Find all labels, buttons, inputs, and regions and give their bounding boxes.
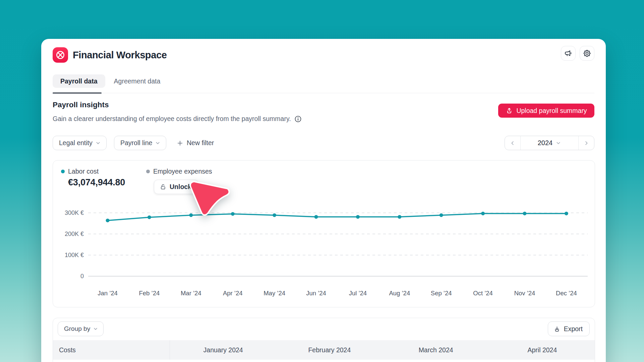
download-icon bbox=[553, 325, 561, 333]
data-point[interactable] bbox=[481, 212, 485, 215]
column-header-february: February 2024 bbox=[276, 346, 383, 354]
payroll-chart: 300K €200K €100K €0Jan ’24Feb ’24Mar ’24… bbox=[53, 161, 595, 308]
data-point[interactable] bbox=[440, 213, 443, 217]
previous-year-button[interactable] bbox=[505, 136, 520, 150]
payroll-line-filter[interactable]: Payroll line bbox=[114, 136, 166, 150]
chevron-down-icon bbox=[555, 140, 561, 146]
upload-button-label: Upload payroll summary bbox=[516, 107, 587, 115]
x-axis-tick: Jul ’24 bbox=[349, 290, 367, 297]
x-axis-tick: Aug ’24 bbox=[389, 290, 410, 297]
table-row bbox=[53, 360, 595, 362]
chevron-down-icon bbox=[95, 140, 101, 146]
plus-icon bbox=[177, 140, 183, 146]
data-point[interactable] bbox=[106, 219, 110, 222]
tab-divider bbox=[53, 93, 594, 93]
chevron-right-icon bbox=[583, 140, 589, 146]
payroll-line-label: Payroll line bbox=[120, 139, 152, 147]
new-filter-button[interactable]: New filter bbox=[177, 136, 214, 150]
section-description: Gain a clearer understanding of employee… bbox=[53, 115, 302, 123]
page-title: Financial Workspace bbox=[73, 47, 167, 63]
announcements-button[interactable] bbox=[561, 46, 576, 61]
filters-row: Legal entity Payroll line New filter bbox=[53, 136, 594, 150]
y-axis-tick: 300K € bbox=[65, 209, 84, 216]
data-point[interactable] bbox=[565, 212, 568, 215]
data-point[interactable] bbox=[356, 215, 360, 219]
data-point[interactable] bbox=[314, 215, 318, 219]
x-axis-tick: Nov ’24 bbox=[514, 290, 535, 297]
costs-table-card: Group by Export Costs January 2024 Febru… bbox=[53, 318, 595, 362]
x-axis-tick: May ’24 bbox=[264, 290, 285, 297]
settings-button[interactable] bbox=[580, 46, 594, 61]
group-by-dropdown[interactable]: Group by bbox=[58, 321, 104, 336]
gear-icon bbox=[583, 49, 591, 57]
data-point[interactable] bbox=[231, 212, 235, 216]
chevron-down-icon bbox=[93, 326, 98, 331]
tab-bar: Payroll data Agreement data bbox=[53, 74, 160, 88]
column-header-march: March 2024 bbox=[383, 346, 489, 354]
y-axis-tick: 200K € bbox=[65, 231, 84, 237]
x-axis-tick: Sep ’24 bbox=[431, 290, 452, 297]
x-axis-tick: Jun ’24 bbox=[306, 290, 326, 297]
y-axis-tick: 0 bbox=[80, 273, 84, 280]
main-workspace-card: Financial Workspace Payroll data Agreeme… bbox=[41, 39, 606, 362]
next-year-button[interactable] bbox=[579, 136, 594, 150]
x-axis-tick: Apr ’24 bbox=[223, 290, 243, 297]
data-point[interactable] bbox=[398, 215, 401, 219]
upload-payroll-summary-button[interactable]: Upload payroll summary bbox=[498, 104, 594, 118]
chevron-down-icon bbox=[155, 140, 161, 146]
x-axis-tick: Oct ’24 bbox=[473, 290, 493, 297]
data-point[interactable] bbox=[273, 213, 276, 217]
tab-agreement-data[interactable]: Agreement data bbox=[114, 77, 161, 85]
group-by-label: Group by bbox=[64, 325, 90, 333]
labor-cost-line bbox=[108, 214, 566, 221]
active-tab-underline bbox=[53, 93, 102, 94]
section-title: Payroll insights bbox=[53, 101, 109, 109]
year-value: 2024 bbox=[538, 139, 553, 147]
export-button-label: Export bbox=[564, 325, 583, 333]
column-header-january: January 2024 bbox=[170, 346, 276, 354]
financial-workspace-logo-icon bbox=[53, 47, 68, 63]
x-axis-tick: Feb ’24 bbox=[139, 290, 160, 297]
chevron-left-icon bbox=[510, 140, 516, 146]
y-axis-tick: 100K € bbox=[65, 252, 84, 258]
new-filter-label: New filter bbox=[187, 139, 214, 147]
legal-entity-label: Legal entity bbox=[59, 139, 93, 147]
data-point[interactable] bbox=[189, 213, 193, 217]
upload-icon bbox=[506, 107, 513, 114]
year-navigator: 2024 bbox=[505, 136, 594, 150]
column-header-april: April 2024 bbox=[489, 346, 595, 354]
export-button[interactable]: Export bbox=[548, 321, 590, 336]
legal-entity-filter[interactable]: Legal entity bbox=[53, 136, 107, 150]
data-point[interactable] bbox=[148, 216, 151, 219]
tab-payroll-data[interactable]: Payroll data bbox=[53, 74, 105, 88]
column-header-costs: Costs bbox=[53, 340, 170, 360]
megaphone-icon bbox=[564, 49, 572, 57]
x-axis-tick: Mar ’24 bbox=[181, 290, 201, 297]
info-circle-icon[interactable] bbox=[294, 115, 302, 123]
section-description-text: Gain a clearer understanding of employee… bbox=[53, 115, 291, 123]
year-dropdown[interactable]: 2024 bbox=[520, 136, 579, 150]
payroll-chart-card: Labor cost €3,074,944.80 Employee expens… bbox=[53, 160, 595, 307]
table-header-row: Costs January 2024 February 2024 March 2… bbox=[53, 340, 595, 360]
x-axis-tick: Jan ’24 bbox=[98, 290, 118, 297]
x-axis-tick: Dec ’24 bbox=[556, 290, 577, 297]
data-point[interactable] bbox=[523, 212, 527, 215]
